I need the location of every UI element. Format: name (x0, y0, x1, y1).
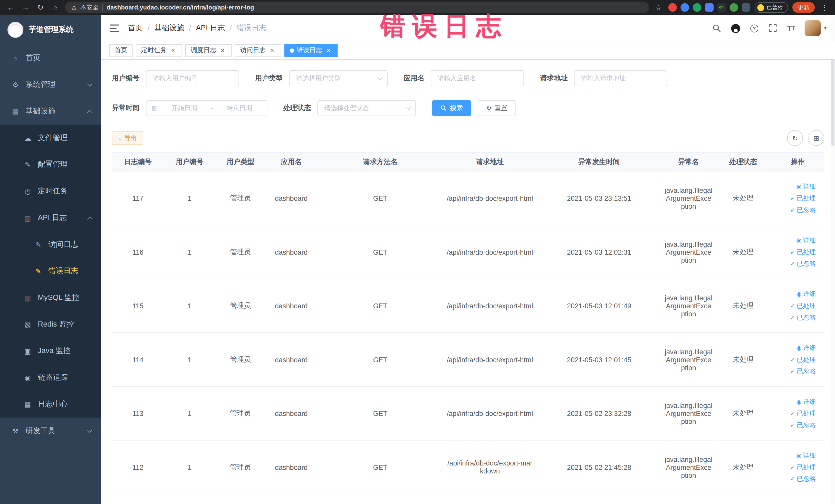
tab-home[interactable]: 首页 (109, 44, 133, 57)
forward-icon[interactable]: → (20, 3, 31, 12)
mark-ignored-link[interactable]: ✓已忽略 (773, 312, 816, 323)
user-type-select[interactable] (289, 70, 388, 86)
sidebar-item-api-log[interactable]: ▥ API 日志 (0, 205, 101, 231)
reload-icon[interactable]: ↻ (35, 3, 46, 12)
scrollbar-thumb[interactable] (831, 45, 834, 146)
github-icon[interactable] (731, 24, 740, 33)
browser-menu-icon[interactable]: ⋮ (819, 3, 830, 12)
mark-processed-link[interactable]: ✓已处理 (773, 354, 816, 366)
search-button[interactable]: 搜索 (432, 100, 471, 116)
sidebar-item-java-monitor[interactable]: ▣ Java 监控 (0, 338, 101, 364)
request-url-label: 请求地址 (540, 74, 568, 83)
paused-chip[interactable]: 已暂停 (754, 2, 788, 13)
close-icon[interactable]: × (325, 47, 332, 54)
user-id-input[interactable] (146, 70, 239, 86)
cell-app-name: dashboard (266, 333, 317, 387)
mark-ignored-link[interactable]: ✓已忽略 (773, 419, 816, 431)
sidebar-item-file-management[interactable]: ☁ 文件管理 (0, 124, 101, 151)
sidebar-item-trace[interactable]: ◉ 链路追踪 (0, 364, 101, 391)
back-icon[interactable]: ← (5, 3, 16, 12)
mark-processed-link[interactable]: ✓已处理 (773, 407, 816, 419)
cell-exception-name: java.lang.IllegalArgumentException (662, 171, 715, 225)
sidebar-item-scheduled-tasks[interactable]: ◷ 定时任务 (0, 178, 101, 205)
date-start-placeholder[interactable]: 开始日期 (162, 104, 206, 113)
mark-ignored-link[interactable]: ✓已忽略 (773, 365, 816, 377)
sidebar-item-config-management[interactable]: ✎ 配置管理 (0, 151, 101, 178)
extension-icon[interactable] (729, 3, 738, 12)
process-status-select[interactable] (317, 100, 416, 116)
sidebar-item-mysql-monitor[interactable]: ▦ MySQL 监控 (0, 284, 101, 311)
table-row[interactable]: 112 1 管理员 dashboard GET /api/infra/db-do… (112, 440, 824, 494)
page-url[interactable]: dashboard.yudao.iocoder.cn/infra/log/api… (107, 4, 254, 11)
detail-link[interactable]: ◉详细 (773, 449, 816, 461)
extension-icon[interactable]: on (717, 3, 726, 12)
tab-error-log[interactable]: 错误日志 × (284, 44, 338, 57)
detail-link[interactable]: ◉详细 (773, 181, 816, 192)
app-logo[interactable]: 芋道管理系统 (0, 15, 101, 45)
mark-ignored-link[interactable]: ✓已忽略 (773, 204, 816, 216)
bookmark-star-icon[interactable]: ☆ (653, 3, 664, 12)
sidebar-item-log-center[interactable]: ▤ 日志中心 (0, 391, 101, 418)
help-icon[interactable]: ? (750, 24, 758, 32)
column-settings-button[interactable]: ⊞ (808, 130, 824, 146)
mark-ignored-link[interactable]: ✓已忽略 (773, 258, 816, 269)
omnibox-divider (102, 4, 103, 11)
table-row[interactable]: 117 1 管理员 dashboard GET /api/infra/db-do… (112, 171, 824, 225)
home-icon[interactable]: ⌂ (50, 3, 61, 12)
detail-link[interactable]: ◉详细 (773, 235, 816, 246)
mark-processed-link[interactable]: ✓已处理 (773, 246, 816, 258)
hamburger-menu-icon[interactable] (109, 24, 119, 32)
sidebar-item-system-management[interactable]: ⚙ 系统管理 (0, 72, 101, 98)
table-row[interactable]: 116 1 管理员 dashboard GET /api/infra/db-do… (112, 225, 824, 279)
close-icon[interactable]: × (219, 47, 226, 54)
mark-processed-link[interactable]: ✓已处理 (773, 300, 816, 312)
extension-icon[interactable] (705, 3, 713, 12)
extension-icon[interactable] (693, 3, 701, 12)
extension-icon[interactable] (668, 3, 677, 12)
sidebar-item-access-log[interactable]: ✎ 访问日志 (0, 231, 101, 258)
table-row[interactable]: 114 1 管理员 dashboard GET /api/infra/db-do… (112, 333, 824, 387)
app-name-input[interactable] (431, 70, 524, 86)
sidebar-item-infrastructure[interactable]: ▤ 基础设施 (0, 98, 101, 125)
tab-schedule-log[interactable]: 调度日志 × (185, 44, 231, 57)
tab-access-log[interactable]: 访问日志 × (235, 44, 281, 57)
security-label[interactable]: 不安全 (80, 3, 99, 11)
address-bar[interactable]: ⚠ 不安全 dashboard.yudao.iocoder.cn/infra/l… (65, 2, 649, 13)
mark-processed-link[interactable]: ✓已处理 (773, 461, 816, 473)
breadcrumb-item[interactable]: 首页 (128, 23, 143, 33)
page-scrollbar[interactable] (831, 15, 835, 504)
detail-link[interactable]: ◉详细 (773, 288, 816, 300)
fullscreen-icon[interactable] (768, 24, 777, 32)
breadcrumb-item[interactable]: API 日志 (196, 23, 225, 33)
sidebar-item-redis-monitor[interactable]: ▧ Redis 监控 (0, 311, 101, 338)
search-icon[interactable] (712, 24, 721, 32)
refresh-button[interactable]: ↻ (787, 130, 803, 146)
detail-link[interactable]: ◉详细 (773, 396, 816, 407)
sidebar-item-home[interactable]: ⌂ 首页 (0, 45, 101, 72)
breadcrumb-item[interactable]: 基础设施 (154, 23, 184, 33)
sidebar-item-dev-tools[interactable]: ⚒ 研发工具 (0, 418, 101, 444)
paused-label: 已暂停 (767, 4, 783, 11)
sidebar-item-error-log[interactable]: ✎ 错误日志 (0, 258, 101, 284)
detail-link[interactable]: ◉详细 (773, 342, 816, 354)
extension-icon[interactable] (680, 3, 689, 12)
date-end-placeholder[interactable]: 结束日期 (217, 104, 262, 113)
export-button[interactable]: ↓ 导出 (112, 131, 143, 145)
table-row[interactable]: 115 1 管理员 dashboard GET /api/infra/db-do… (112, 279, 824, 333)
close-icon[interactable]: × (268, 47, 276, 54)
date-range-picker[interactable]: ▦ 开始日期 - 结束日期 (146, 100, 267, 116)
check-icon: ✓ (790, 260, 795, 267)
tab-scheduled-tasks[interactable]: 定时任务 × (136, 44, 182, 57)
avatar[interactable] (805, 20, 821, 36)
extension-icon[interactable] (741, 3, 750, 12)
request-url-input[interactable] (574, 70, 667, 86)
browser-update-button[interactable]: 更新 (792, 2, 815, 13)
mark-ignored-link[interactable]: ✓已忽略 (773, 473, 816, 485)
table-row[interactable]: 113 1 管理员 dashboard GET /api/infra/db-do… (112, 386, 824, 440)
user-id-label: 用户编号 (112, 74, 140, 83)
mark-processed-link[interactable]: ✓已处理 (773, 192, 816, 204)
close-icon[interactable]: × (169, 47, 177, 54)
font-size-icon[interactable]: TT (787, 24, 795, 33)
user-menu[interactable]: ▾ (805, 20, 827, 36)
reset-button[interactable]: ↻ 重置 (478, 100, 516, 116)
